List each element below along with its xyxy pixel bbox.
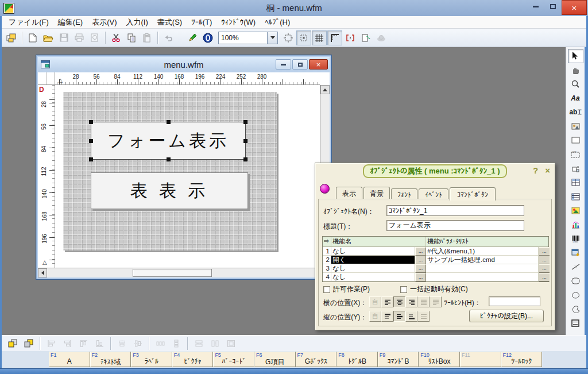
selection-handle[interactable] (167, 157, 171, 161)
center-vertical-button[interactable] (130, 336, 145, 351)
bring-to-front-button[interactable] (5, 336, 20, 351)
line-tool-button[interactable] (568, 260, 583, 275)
send-button[interactable] (374, 30, 389, 45)
show-grid-button[interactable] (312, 30, 327, 45)
same-size-button[interactable] (223, 336, 238, 351)
menu-item[interactable]: ｳｨﾝﾄﾞｳ(W) (216, 17, 260, 28)
minimize-button[interactable] (527, 0, 544, 13)
function-key-button[interactable]: F2 ﾃｷｽﾄ域 (90, 352, 131, 367)
child-minimize-button[interactable] (276, 59, 291, 70)
select-area-button[interactable] (343, 30, 358, 45)
zoom-select[interactable]: 100% (218, 32, 278, 44)
menu-item[interactable]: ﾂｰﾙ(T) (187, 17, 216, 28)
function-name-picker-button[interactable]: ... (415, 256, 426, 264)
picture-tool-button[interactable] (568, 204, 583, 218)
picture-settings-button[interactable]: ﾋﾟｸﾁｬの設定(B)... (469, 310, 544, 322)
align-left-edges-button[interactable] (44, 336, 59, 351)
function-name-picker-button[interactable]: ... (415, 247, 426, 256)
menu-item[interactable]: 入力(I) (122, 16, 153, 29)
menu-item[interactable]: 書式(S) (153, 16, 187, 29)
command-button-object-1[interactable]: フォーム表示 (91, 122, 246, 160)
undo-button[interactable] (161, 30, 176, 45)
record-table-tool-button[interactable] (568, 190, 583, 204)
child-close-button[interactable]: × (309, 59, 328, 70)
valign-top-button[interactable] (381, 311, 393, 322)
selection-handle[interactable] (89, 120, 93, 124)
command-button-object-2[interactable]: 表 表 示 (91, 172, 248, 209)
horizontal-scroll-thumb[interactable] (133, 269, 212, 277)
close-button[interactable]: × (562, 0, 587, 15)
same-height-button[interactable] (207, 336, 222, 351)
selection-handle[interactable] (89, 157, 93, 161)
align-top-edges-button[interactable] (76, 336, 91, 351)
function-key-button[interactable]: F7 Gﾎﾞｯｸｽ (296, 352, 337, 367)
textbox-tool-button[interactable]: ab⌶ (568, 105, 583, 119)
valign-middle-button[interactable] (393, 311, 405, 322)
zoom-tool-button[interactable] (568, 77, 583, 91)
scroll-up-button[interactable] (320, 85, 330, 94)
dialog-close-button[interactable]: × (545, 165, 550, 175)
tooltip-input[interactable] (489, 296, 540, 306)
object-name-input[interactable] (386, 205, 524, 216)
function-param-cell[interactable] (426, 264, 539, 273)
paste-button[interactable] (140, 30, 154, 45)
selection-handle[interactable] (243, 120, 247, 124)
halign-auto-button[interactable]: 自 (369, 296, 381, 307)
send-to-back-button[interactable] (21, 336, 36, 351)
print-button[interactable] (72, 30, 87, 45)
dialog-title-bar[interactable]: ｵﾌﾞｼﾞｪｸﾄの属性 ( menu :ｺﾏﾝﾄﾞﾎﾞﾀﾝ_1 ) (315, 163, 555, 179)
menu-item[interactable]: 表示(V) (87, 16, 121, 29)
new-file-button[interactable] (25, 30, 40, 45)
dialog-tab[interactable]: ｲﾍﾞﾝﾄ (419, 188, 448, 200)
function-key-button[interactable]: F4 ﾋﾟｸﾁｬ (172, 352, 214, 367)
open-file-button[interactable] (41, 30, 56, 45)
function-param-picker-button[interactable]: ... (539, 273, 550, 282)
function-key-button[interactable]: F10 ﾘｽﾄBox (419, 352, 460, 367)
valign-justify-button[interactable] (417, 311, 430, 322)
group-frame-tool-button[interactable]: GRP (568, 148, 583, 162)
function-name-cell[interactable]: なし (331, 264, 415, 273)
valign-bottom-button[interactable] (405, 311, 417, 322)
dialog-tab[interactable]: 表示 (336, 187, 362, 200)
function-key-button[interactable]: F5 ﾊﾞｰｺｰﾄﾞ (213, 352, 254, 367)
function-name-cell[interactable]: なし (331, 247, 415, 256)
copy-button[interactable] (124, 30, 139, 45)
selection-handle[interactable] (243, 139, 247, 143)
permit-work-checkbox[interactable]: 許可作業(P) (323, 284, 370, 294)
ellipse-tool-button[interactable] (568, 288, 583, 303)
halign-center-button[interactable] (393, 296, 405, 307)
frame-tool-button[interactable] (568, 317, 583, 331)
function-param-picker-button[interactable]: ... (539, 256, 550, 264)
valign-auto-button[interactable]: 自 (369, 311, 381, 322)
select-tool-button[interactable] (568, 49, 583, 63)
show-ruler-button[interactable] (327, 30, 342, 45)
menu-item[interactable]: ファイル(F) (4, 16, 53, 29)
window-list-button[interactable] (4, 30, 19, 45)
edit-mode-button[interactable] (185, 30, 200, 45)
function-param-picker-button[interactable]: ... (539, 264, 550, 273)
table-tool-button[interactable] (568, 176, 583, 190)
function-name-cell[interactable]: 開く (331, 256, 415, 264)
menu-item[interactable]: ﾍﾙﾌﾟ(H) (260, 17, 295, 28)
align-right-edges-button[interactable] (60, 336, 75, 351)
dialog-help-button[interactable]: ? (533, 165, 538, 175)
function-param-cell[interactable]: サンプル一括処理.cmd (426, 256, 539, 264)
barcode-tool-button[interactable]: 12345 (568, 232, 583, 246)
designer-title-bar[interactable]: menu.wfm × (38, 57, 330, 72)
halign-left-button[interactable] (381, 296, 393, 307)
function-key-button[interactable]: F8 ﾄｸﾞﾙB (336, 352, 378, 367)
function-name-picker-button[interactable]: ... (415, 264, 426, 273)
halign-right-button[interactable] (405, 296, 417, 307)
stamp-tool-button[interactable] (568, 119, 583, 134)
page-setup-button[interactable] (358, 30, 373, 45)
chart-tool-button[interactable] (568, 218, 583, 232)
align-bottom-edges-button[interactable] (92, 336, 107, 351)
function-param-picker-button[interactable]: ... (539, 247, 550, 256)
selection-handle[interactable] (243, 157, 247, 161)
object-attributes-button[interactable] (200, 30, 215, 45)
batch-start-checkbox[interactable]: 一括起動時有効(C) (400, 284, 468, 294)
arc-tool-button[interactable] (568, 302, 583, 317)
function-key-button[interactable]: F6 G項目 (254, 352, 296, 367)
halign-justify-button[interactable] (417, 296, 430, 307)
child-maximize-button[interactable] (292, 59, 308, 70)
